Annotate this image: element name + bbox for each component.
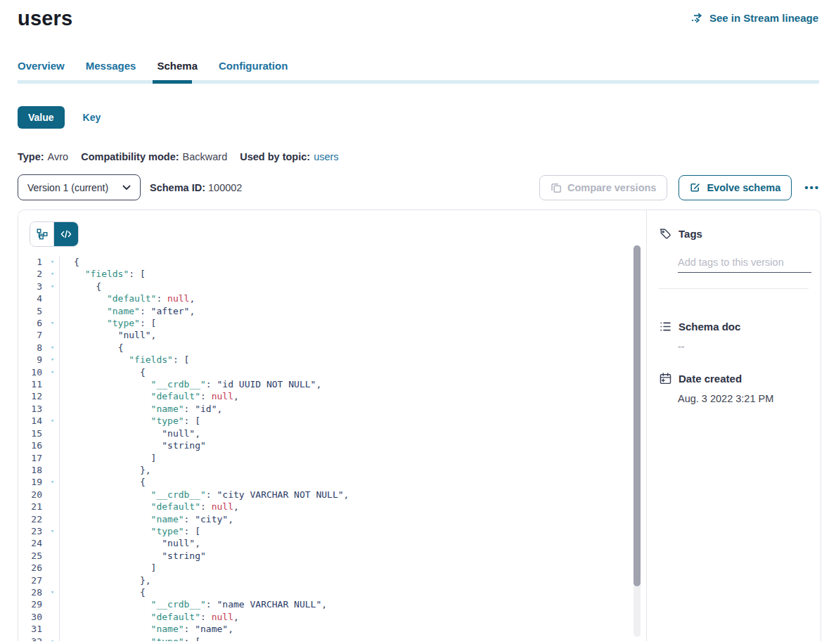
code-line: 22 "name": "city", — [18, 513, 646, 525]
tab-messages[interactable]: Messages — [86, 60, 136, 80]
fold-arrow-icon[interactable]: ▾ — [51, 638, 54, 641]
code-line: 28▾ { — [18, 586, 646, 598]
add-tags-input[interactable] — [678, 255, 811, 273]
value-toggle-button[interactable]: Value — [18, 106, 65, 129]
evolve-schema-button[interactable]: Evolve schema — [679, 175, 792, 200]
code-line: 13 "name": "id", — [18, 403, 646, 415]
line-number: 10 — [18, 366, 46, 378]
code-line: 17 ] — [18, 452, 646, 464]
code-line: 23▾ "type": [ — [18, 525, 646, 537]
fold-arrow-icon[interactable]: ▾ — [51, 270, 54, 277]
line-number: 23 — [18, 525, 46, 537]
code-line: 32▾ "type": [ — [18, 636, 646, 641]
stream-lineage-icon — [691, 13, 705, 23]
fold-arrow-icon[interactable]: ▾ — [51, 258, 54, 265]
fold-arrow-icon[interactable]: ▾ — [51, 527, 54, 534]
line-number: 13 — [18, 403, 46, 415]
tab-underline-track — [18, 80, 819, 84]
scrollbar-track — [634, 245, 641, 637]
code-line: 21 "default": null, — [18, 501, 646, 513]
compare-versions-button[interactable]: Compare versions — [539, 175, 668, 200]
schema-type: Type: Avro — [18, 151, 68, 162]
line-number: 28 — [18, 586, 46, 598]
edit-icon — [690, 182, 701, 193]
date-created-value: Aug. 3 2022 3:21 PM — [678, 393, 809, 404]
date-created-heading: Date created — [679, 373, 742, 385]
line-number: 11 — [18, 378, 46, 390]
fold-arrow-icon[interactable]: ▾ — [51, 283, 54, 290]
chevron-down-icon — [122, 185, 131, 191]
code-line: 9▾ "fields": [ — [18, 354, 646, 366]
line-number: 20 — [18, 489, 46, 501]
page-header: users See in Stream lineage — [0, 0, 836, 30]
code-view-icon — [60, 228, 72, 240]
active-tab-indicator — [153, 80, 192, 84]
date-created-section: Date created Aug. 3 2022 3:21 PM — [659, 372, 809, 404]
code-line: 27 }, — [18, 574, 646, 586]
fold-arrow-icon[interactable]: ▾ — [51, 478, 54, 485]
fold-arrow-icon[interactable]: ▾ — [51, 588, 54, 595]
line-number: 26 — [18, 562, 46, 574]
code-line: 2▾ "fields": [ — [18, 268, 646, 280]
topic-link[interactable]: users — [314, 151, 338, 162]
code-line: 11 "__crdb__": "id UUID NOT NULL", — [18, 378, 646, 390]
line-number: 3 — [18, 281, 46, 292]
code-line: 1▾{ — [18, 256, 646, 268]
line-number: 15 — [18, 427, 46, 439]
line-number: 31 — [18, 623, 46, 635]
line-number: 19 — [18, 476, 46, 488]
fold-arrow-icon[interactable]: ▾ — [51, 344, 54, 351]
fold-arrow-icon[interactable]: ▾ — [51, 356, 54, 363]
schema-editor: 1▾{2▾ "fields": [3▾ {4 "default": null,5… — [18, 210, 646, 641]
schema-doc-value: -- — [678, 341, 809, 352]
code-line: 18 }, — [18, 464, 646, 476]
see-in-stream-lineage-link[interactable]: See in Stream lineage — [691, 12, 818, 24]
code-line: 30 "default": null, — [18, 611, 646, 623]
schema-doc-heading: Schema doc — [679, 321, 740, 333]
code-lines: 1▾{2▾ "fields": [3▾ {4 "default": null,5… — [18, 256, 646, 641]
vertical-scrollbar[interactable] — [634, 245, 641, 586]
key-toggle-button[interactable]: Key — [83, 112, 101, 123]
schema-controls-row: Version 1 (current) Schema ID: 100002 Co… — [0, 174, 836, 200]
line-number: 27 — [18, 574, 46, 586]
line-number: 5 — [18, 305, 46, 317]
version-select[interactable]: Version 1 (current) — [18, 174, 141, 200]
line-number: 1 — [18, 256, 46, 268]
code-view-button[interactable] — [54, 222, 78, 246]
code-line: 7 "null", — [18, 329, 646, 341]
line-number: 25 — [18, 550, 46, 562]
tab-schema[interactable]: Schema — [157, 60, 198, 80]
code-line: 14▾ "type": [ — [18, 415, 646, 427]
schema-page: users See in Stream lineage Overview Mes… — [0, 0, 836, 644]
code-line: 26 ] — [18, 562, 646, 574]
code-line: 5 "name": "after", — [18, 305, 646, 317]
compare-versions-icon — [551, 182, 562, 193]
line-number: 2 — [18, 268, 46, 280]
code-line: 29 "__crdb__": "name VARCHAR NULL", — [18, 598, 646, 610]
fold-arrow-icon[interactable]: ▾ — [51, 319, 54, 326]
line-number: 29 — [18, 598, 46, 610]
sidebar-divider — [659, 288, 809, 289]
tab-overview[interactable]: Overview — [18, 60, 65, 80]
line-number: 17 — [18, 452, 46, 464]
fold-arrow-icon[interactable]: ▾ — [51, 368, 54, 375]
line-number: 18 — [18, 464, 46, 476]
code-line: 6▾ "type": [ — [18, 317, 646, 329]
calendar-plus-icon — [659, 372, 672, 385]
code-line: 19▾ { — [18, 476, 646, 488]
code-line: 4 "default": null, — [18, 292, 646, 304]
fold-arrow-icon[interactable]: ▾ — [51, 417, 54, 424]
line-number: 4 — [18, 292, 46, 304]
more-actions-button[interactable]: ••• — [803, 179, 821, 196]
code-line: 31 "name": "name", — [18, 623, 646, 635]
code-line: 3▾ { — [18, 281, 646, 292]
line-number: 9 — [18, 354, 46, 366]
tab-configuration[interactable]: Configuration — [219, 60, 288, 80]
line-number: 12 — [18, 390, 46, 402]
tree-view-button[interactable] — [30, 222, 54, 246]
schema-meta-row: Type: Avro Compatibility mode: Backward … — [0, 151, 836, 162]
schema-doc-section: Schema doc -- — [659, 320, 809, 352]
schema-sidebar: Tags Schema doc — [646, 210, 821, 641]
line-number: 21 — [18, 501, 46, 513]
tab-bar: Overview Messages Schema Configuration — [0, 60, 836, 80]
